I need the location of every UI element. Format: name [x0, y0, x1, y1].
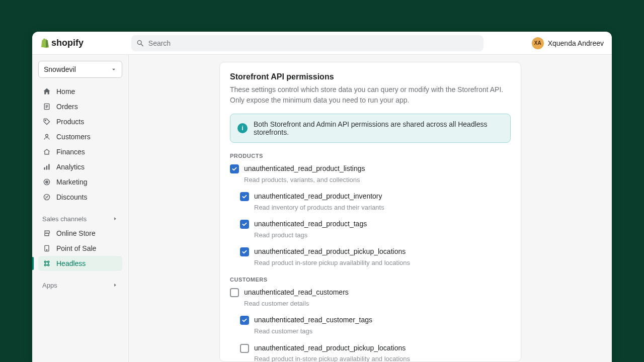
- sidebar-item-label: Headless: [56, 259, 86, 267]
- products-icon: [42, 118, 51, 126]
- sidebar-item-finances[interactable]: Finances: [38, 144, 122, 159]
- search-field[interactable]: [131, 35, 484, 51]
- logo[interactable]: shopify: [40, 38, 84, 48]
- sidebar-item-pos[interactable]: Point of Sale: [38, 241, 122, 256]
- permission-description: Read customer tags: [254, 326, 511, 336]
- permission-description: Read product in-store pickup availabilit…: [254, 354, 511, 362]
- svg-point-8: [46, 182, 47, 183]
- sidebar-item-label: Discounts: [56, 193, 87, 201]
- permission-text: unauthenticated_read_product_pickup_loca…: [254, 343, 511, 362]
- customers-icon: [42, 133, 51, 141]
- sidebar-item-marketing[interactable]: Marketing: [38, 174, 122, 190]
- permission-name: unauthenticated_read_product_listings: [244, 164, 511, 174]
- permission-description: Read customer details: [244, 299, 511, 309]
- permission-checkbox[interactable]: [240, 344, 249, 353]
- permission-row: unauthenticated_read_product_pickup_loca…: [240, 247, 511, 267]
- search-input[interactable]: [148, 39, 479, 47]
- permission-text: unauthenticated_read_customer_tagsRead c…: [254, 315, 511, 336]
- store-selector[interactable]: Snowdevil: [38, 61, 122, 78]
- apps-header[interactable]: Apps: [38, 278, 122, 292]
- svg-rect-4: [46, 166, 47, 170]
- sidebar-item-label: Point of Sale: [56, 244, 96, 252]
- permission-checkbox[interactable]: [230, 164, 239, 173]
- section-label: Apps: [42, 282, 57, 289]
- permission-name: unauthenticated_read_customers: [244, 288, 511, 298]
- permission-name: unauthenticated_read_customer_tags: [254, 315, 511, 325]
- sidebar: Snowdevil Home Orders Products Customers: [32, 55, 129, 362]
- permission-row: unauthenticated_read_customersRead custo…: [230, 288, 511, 308]
- section-products: PRODUCTS unauthenticated_read_product_li…: [230, 153, 511, 267]
- brand-text: shopify: [51, 38, 84, 48]
- permission-description: Read products, variants, and collections: [244, 175, 511, 185]
- sidebar-item-label: Finances: [56, 148, 85, 156]
- search-wrap: [92, 35, 524, 51]
- sidebar-item-label: Analytics: [56, 163, 85, 171]
- sidebar-item-products[interactable]: Products: [38, 114, 122, 129]
- permission-name: unauthenticated_read_product_pickup_loca…: [254, 247, 511, 257]
- section-label: PRODUCTS: [230, 153, 511, 159]
- headless-icon: [42, 259, 51, 267]
- permission-description: Read product in-store pickup availabilit…: [254, 258, 511, 268]
- body: Snowdevil Home Orders Products Customers: [32, 55, 612, 362]
- svg-point-13: [48, 261, 49, 262]
- topbar: shopify XA Xquenda Andreev: [32, 32, 612, 55]
- chevron-right-icon: [112, 216, 118, 222]
- permission-checkbox[interactable]: [240, 316, 249, 325]
- home-icon: [42, 87, 51, 96]
- sidebar-item-label: Marketing: [56, 178, 87, 186]
- marketing-icon: [42, 178, 51, 186]
- permission-row: unauthenticated_read_product_inventoryRe…: [240, 192, 511, 212]
- discounts-icon: [42, 193, 51, 201]
- svg-point-11: [46, 249, 47, 250]
- card-title: Storefront API permissions: [230, 72, 511, 81]
- svg-point-2: [46, 134, 48, 137]
- finances-icon: [42, 148, 51, 156]
- svg-point-1: [45, 120, 46, 121]
- svg-rect-3: [44, 167, 45, 170]
- app-frame: shopify XA Xquenda Andreev Snowdevil Hom…: [32, 32, 612, 362]
- permission-checkbox[interactable]: [240, 192, 249, 201]
- sidebar-item-label: Customers: [56, 133, 91, 141]
- permission-checkbox[interactable]: [240, 247, 249, 256]
- sidebar-item-home[interactable]: Home: [38, 84, 122, 99]
- permission-name: unauthenticated_read_product_inventory: [254, 192, 511, 202]
- permission-name: unauthenticated_read_product_tags: [254, 219, 511, 229]
- svg-point-15: [48, 264, 49, 266]
- permission-description: Read inventory of products and their var…: [254, 203, 511, 213]
- permission-row: unauthenticated_read_product_pickup_loca…: [240, 343, 511, 362]
- svg-rect-5: [48, 164, 49, 169]
- svg-point-14: [44, 264, 46, 266]
- sidebar-item-label: Products: [56, 118, 84, 126]
- card-description: These settings control which store data …: [230, 84, 511, 106]
- sidebar-item-headless[interactable]: Headless: [38, 256, 122, 271]
- sidebar-item-customers[interactable]: Customers: [38, 129, 122, 144]
- permission-row: unauthenticated_read_product_tagsRead pr…: [240, 219, 511, 240]
- sidebar-item-online-store[interactable]: Online Store: [38, 226, 122, 241]
- permission-name: unauthenticated_read_product_pickup_loca…: [254, 343, 511, 353]
- analytics-icon: [42, 163, 51, 171]
- sidebar-item-analytics[interactable]: Analytics: [38, 159, 122, 174]
- banner-text: Both Storefront and Admin API permission…: [254, 120, 503, 136]
- main-content: Storefront API permissions These setting…: [129, 55, 612, 362]
- chevron-down-icon: [111, 66, 117, 72]
- permissions-card: Storefront API permissions These setting…: [219, 62, 521, 362]
- info-icon: i: [237, 123, 248, 133]
- section-label: Sales channels: [42, 215, 87, 223]
- info-banner: i Both Storefront and Admin API permissi…: [230, 114, 511, 143]
- search-icon: [136, 39, 144, 47]
- sidebar-item-orders[interactable]: Orders: [38, 99, 122, 114]
- chevron-right-icon: [112, 282, 118, 288]
- permission-checkbox[interactable]: [240, 220, 249, 229]
- sales-channels-header[interactable]: Sales channels: [38, 212, 122, 226]
- permission-checkbox[interactable]: [230, 288, 239, 297]
- permission-text: unauthenticated_read_product_pickup_loca…: [254, 247, 511, 267]
- orders-icon: [42, 103, 51, 111]
- sidebar-item-discounts[interactable]: Discounts: [38, 190, 122, 205]
- section-customers: CUSTOMERS unauthenticated_read_customers…: [230, 277, 511, 362]
- user-menu[interactable]: XA Xquenda Andreev: [532, 37, 604, 49]
- avatar: XA: [532, 37, 544, 49]
- permission-text: unauthenticated_read_product_tagsRead pr…: [254, 219, 511, 240]
- sidebar-item-label: Home: [56, 87, 75, 96]
- shopify-bag-icon: [40, 38, 49, 48]
- sidebar-item-label: Orders: [56, 103, 78, 111]
